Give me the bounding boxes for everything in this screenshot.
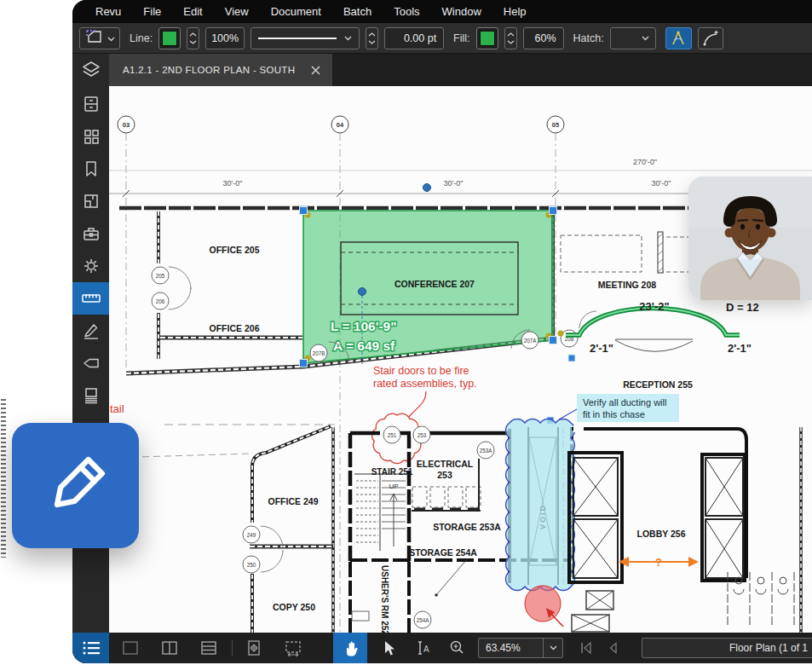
protractor-icon: [669, 30, 688, 47]
status-bar: A 63.45% Floor Plan (1 of 1: [72, 633, 812, 663]
sidebar-item-sets[interactable]: [72, 379, 109, 412]
measure-tool-button[interactable]: [665, 27, 692, 49]
svg-text:A: A: [423, 645, 429, 654]
properties-toolbar: Line: 100% 0.00 pt Fill: 60%: [72, 23, 812, 54]
menu-help[interactable]: Help: [492, 5, 538, 18]
svg-text:249: 249: [247, 532, 256, 538]
fill-opacity-field[interactable]: 60%: [523, 27, 564, 49]
line-opacity-stepper[interactable]: [187, 27, 199, 49]
svg-text:30'-0": 30'-0": [444, 179, 464, 188]
left-edge-text-artifact: [1, 399, 6, 558]
portrait-illustration: [688, 176, 812, 300]
stroke-width-field[interactable]: 0.00 pt: [384, 27, 444, 49]
sidebar-item-spaces[interactable]: [72, 185, 109, 217]
svg-text:253: 253: [418, 432, 427, 438]
fill-color-swatch[interactable]: [476, 27, 498, 49]
area-measure-icon: [85, 29, 104, 47]
measurement-point-dot[interactable]: [359, 288, 366, 296]
layers-icon: [81, 60, 101, 80]
chevron-up-icon: [368, 32, 376, 37]
svg-text:Stair doors to be fire: Stair doors to be fire: [373, 365, 469, 377]
page-label-field[interactable]: Floor Plan (1 of 1: [642, 638, 812, 658]
svg-text:RECEPTION 255: RECEPTION 255: [623, 379, 693, 390]
split-vertical-button[interactable]: [158, 637, 181, 659]
chevron-down-icon: [107, 32, 115, 44]
menu-file[interactable]: File: [132, 5, 172, 18]
line-style-dropdown[interactable]: [251, 27, 360, 49]
single-pane-icon: [122, 640, 139, 656]
document-tab[interactable]: A1.2.1 - 2ND FLOOR PLAN - SOUTH: [109, 54, 332, 86]
sidebar-item-file-access[interactable]: [72, 88, 109, 120]
first-page-icon: [579, 642, 593, 654]
svg-text:OFFICE 205: OFFICE 205: [210, 245, 260, 255]
menu-window[interactable]: Window: [431, 5, 492, 18]
zoom-tool-button[interactable]: [446, 637, 468, 659]
sidebar-item-thumbnails[interactable]: [72, 120, 109, 153]
arc-measurement-markup[interactable]: 23'-2" D = 12 2'-1" 2'-1": [566, 300, 759, 355]
line-opacity-field[interactable]: 100%: [205, 27, 245, 49]
line-color-swatch[interactable]: [158, 27, 181, 49]
line-label: Line:: [130, 32, 153, 44]
menu-document[interactable]: Document: [260, 5, 332, 18]
menu-edit[interactable]: Edit: [172, 5, 213, 18]
sidebar-item-bookmarks[interactable]: [72, 153, 109, 185]
fill-opacity-stepper[interactable]: [504, 27, 517, 49]
text-select-button[interactable]: A: [412, 637, 434, 659]
area-measurement-markup[interactable]: CONFERENCE 207 L = 106'-9" A = 649 sf: [303, 211, 553, 364]
svg-text:253: 253: [437, 470, 452, 480]
first-page-button[interactable]: [575, 637, 597, 659]
fit-page-icon: [245, 639, 262, 656]
markup-list-button[interactable]: [72, 633, 109, 663]
red-circle-markup[interactable]: [525, 586, 563, 627]
duct-cloud-markup[interactable]: [506, 419, 575, 590]
duct-note-markup[interactable]: Verify all ducting will fit in this chas…: [559, 394, 679, 422]
previous-page-button[interactable]: [602, 637, 625, 659]
bookmark-icon: [82, 159, 101, 178]
chevron-down-icon: [507, 40, 515, 44]
document-tab-title: A1.2.1 - 2ND FLOOR PLAN - SOUTH: [123, 65, 307, 75]
thumbnails-grid-icon: [82, 127, 101, 146]
question-arrow-markup[interactable]: ?: [619, 556, 699, 569]
fire-note-markup[interactable]: Stair doors to be fire rated assemblies,…: [372, 365, 477, 464]
sidebar-item-measurements[interactable]: [72, 282, 109, 315]
fit-width-button[interactable]: [282, 637, 304, 659]
hatch-dropdown[interactable]: [610, 27, 656, 49]
office-copy-rooms: OFFICE 249 COPY 250 249 250: [243, 426, 333, 633]
menu-view[interactable]: View: [214, 5, 260, 18]
svg-text:STORAGE 254A: STORAGE 254A: [409, 547, 477, 558]
stroke-width-stepper[interactable]: [366, 27, 378, 49]
zoom-level-select[interactable]: 63.45%: [478, 638, 563, 658]
page-label-value: Floor Plan (1 of 1: [729, 642, 808, 654]
chevron-down-icon: [189, 40, 197, 44]
document-stack-icon: [82, 386, 101, 405]
sidebar-item-tool-chest[interactable]: [72, 217, 109, 250]
sidebar-item-properties[interactable]: [72, 250, 109, 282]
red-text-fragment[interactable]: tail: [110, 402, 124, 415]
single-pane-button[interactable]: [119, 637, 141, 659]
screenshot-root: Revu File Edit View Document Batch Tools…: [0, 0, 812, 665]
arc-tool-button[interactable]: [698, 27, 723, 49]
area-tool-dropdown[interactable]: [79, 27, 120, 49]
menu-batch[interactable]: Batch: [332, 5, 383, 18]
select-tool-button[interactable]: [377, 637, 400, 659]
pdf-canvas[interactable]: 03 04 05 270'-0" 30'-0" 30'-0" 30'-0": [109, 86, 812, 633]
reception-area: RECEPTION 255: [615, 339, 693, 390]
split-horizontal-button[interactable]: [198, 637, 220, 659]
sidebar-item-calibrate[interactable]: [72, 315, 109, 347]
menu-tools[interactable]: Tools: [383, 5, 430, 18]
svg-text:COPY 250: COPY 250: [273, 602, 315, 612]
tab-close-button[interactable]: [307, 61, 324, 78]
svg-text:206: 206: [156, 298, 165, 304]
hatch-label: Hatch:: [573, 32, 604, 44]
svg-text:2'-1": 2'-1": [590, 342, 613, 355]
menu-revu[interactable]: Revu: [84, 5, 132, 18]
fit-page-button[interactable]: [243, 637, 265, 659]
app-body: 03 04 05 270'-0" 30'-0" 30'-0" 30'-0": [72, 86, 812, 633]
sidebar-item-layers[interactable]: [72, 54, 109, 86]
edit-feature-card[interactable]: [12, 423, 139, 548]
pan-tool-button[interactable]: [333, 633, 367, 663]
measurement-point-dot[interactable]: [423, 184, 431, 192]
sidebar-item-tags[interactable]: [72, 347, 109, 379]
text-select-icon: A: [414, 639, 431, 656]
svg-text:207A: 207A: [524, 338, 538, 344]
